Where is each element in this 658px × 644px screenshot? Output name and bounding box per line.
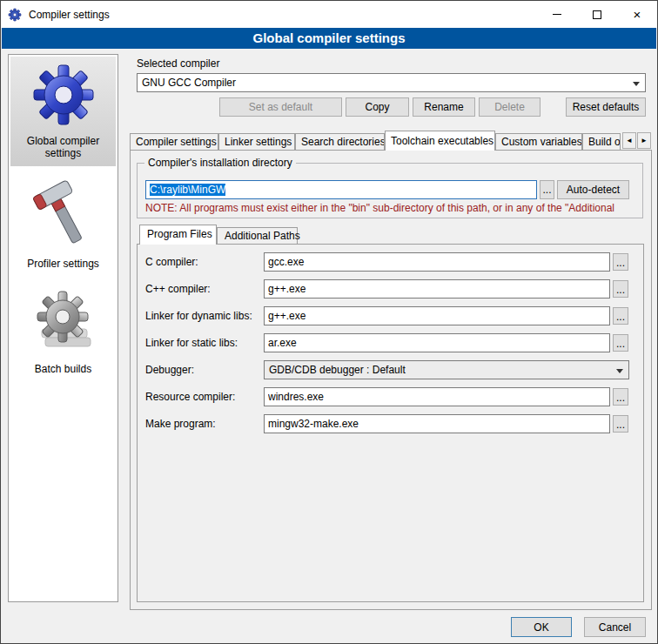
maximize-icon [593, 10, 601, 19]
c-compiler-label: C compiler: [145, 252, 198, 272]
browse-directory-button[interactable]: ... [540, 180, 554, 199]
sidebar-item-global-compiler-settings[interactable]: Global compiler settings [10, 57, 116, 166]
installation-directory-legend: Compiler's installation directory [144, 157, 296, 169]
close-button[interactable]: × [617, 1, 657, 28]
cpp-compiler-input[interactable] [264, 279, 610, 299]
installation-directory-input[interactable]: C:\raylib\MinGW [145, 180, 537, 199]
sidebar-item-label: Batch builds [12, 363, 114, 375]
resource-compiler-browse-button[interactable]: ... [613, 388, 628, 406]
tab-search-directories[interactable]: Search directories [295, 133, 385, 151]
debugger-select[interactable]: GDB/CDB debugger : Default [264, 360, 629, 379]
linker-static-browse-button[interactable]: ... [613, 334, 628, 352]
debugger-label: Debugger: [145, 360, 194, 379]
selected-compiler-label: Selected compiler [137, 54, 219, 73]
reset-defaults-button[interactable]: Reset defaults [566, 97, 646, 117]
cpp-compiler-browse-button[interactable]: ... [613, 280, 628, 298]
settings-sidebar: Global compiler settings Profiler settin… [8, 54, 118, 602]
c-compiler-input[interactable] [264, 252, 610, 272]
sidebar-item-label: Profiler settings [12, 258, 114, 270]
make-program-browse-button[interactable]: ... [613, 415, 628, 433]
ok-button[interactable]: OK [511, 617, 572, 637]
linker-dynamic-label: Linker for dynamic libs: [145, 306, 252, 325]
tab-custom-variables[interactable]: Custom variables [495, 133, 582, 151]
linker-dynamic-input[interactable] [264, 306, 610, 325]
subtab-additional-paths[interactable]: Additional Paths [217, 227, 298, 244]
sidebar-item-label: Global compiler settings [12, 135, 114, 159]
window-icon [8, 8, 22, 22]
linker-static-input[interactable] [264, 333, 610, 352]
profiler-tool-icon [33, 180, 94, 250]
tab-toolchain-executables[interactable]: Toolchain executables [385, 131, 495, 151]
tab-scroll-left-button[interactable]: ◄ [622, 132, 636, 149]
make-program-input[interactable] [264, 414, 610, 433]
compiler-settings-dialog: Compiler settings × Global compiler sett… [0, 0, 658, 644]
chevron-down-icon [616, 369, 623, 373]
dialog-header: Global compiler settings [2, 28, 656, 49]
minimize-button[interactable] [537, 1, 577, 28]
rename-button[interactable]: Rename [413, 97, 475, 117]
linker-static-label: Linker for static libs: [145, 333, 238, 352]
tab-build-options[interactable]: Build options [582, 133, 621, 151]
c-compiler-browse-button[interactable]: ... [613, 253, 628, 271]
resource-compiler-label: Resource compiler: [145, 387, 235, 406]
compiler-select[interactable]: GNU GCC Compiler [137, 73, 646, 92]
resource-compiler-input[interactable] [264, 387, 610, 406]
sidebar-item-batch-builds[interactable]: Batch builds [10, 285, 116, 382]
tab-linker-settings[interactable]: Linker settings [218, 133, 295, 151]
auto-detect-button[interactable]: Auto-detect [557, 180, 629, 199]
selected-path-text: C:\raylib\MinGW [150, 184, 225, 196]
window-title: Compiler settings [29, 9, 110, 21]
compiler-select-value: GNU GCC Compiler [142, 77, 236, 89]
window-controls: × [537, 1, 657, 28]
subtab-program-files[interactable]: Program Files [139, 225, 217, 245]
gray-gear-stack-icon [31, 291, 96, 355]
maximize-button[interactable] [577, 1, 617, 28]
blue-gear-icon [31, 63, 96, 127]
linker-dynamic-browse-button[interactable]: ... [613, 307, 628, 325]
close-icon: × [634, 8, 641, 21]
sidebar-item-profiler-settings[interactable]: Profiler settings [10, 174, 116, 277]
chevron-down-icon [633, 82, 640, 86]
cancel-button[interactable]: Cancel [584, 617, 646, 637]
set-as-default-button[interactable]: Set as default [219, 97, 342, 117]
make-program-label: Make program: [145, 414, 216, 433]
debugger-select-value: GDB/CDB debugger : Default [269, 364, 406, 376]
tab-scroll-right-button[interactable]: ► [637, 132, 651, 149]
copy-button[interactable]: Copy [346, 97, 409, 117]
delete-button[interactable]: Delete [479, 97, 540, 117]
titlebar: Compiler settings × [1, 1, 657, 28]
minimize-icon [553, 14, 561, 15]
tab-compiler-settings[interactable]: Compiler settings [130, 133, 218, 151]
bin-subdirectory-note: NOTE: All programs must exist either in … [145, 202, 643, 214]
cpp-compiler-label: C++ compiler: [145, 279, 211, 299]
